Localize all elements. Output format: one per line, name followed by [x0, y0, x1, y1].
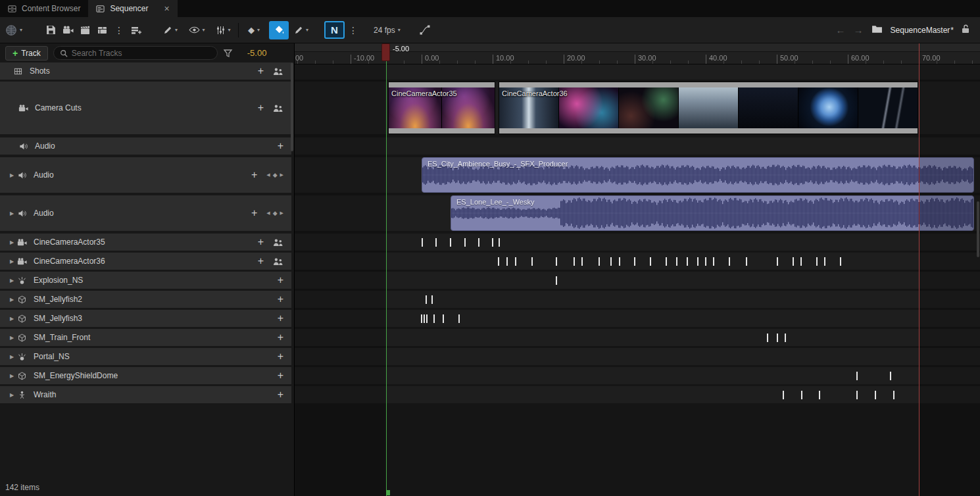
- keyframe[interactable]: [650, 257, 651, 266]
- keyframe[interactable]: [676, 257, 677, 266]
- track-row-sm-energyshielddome[interactable]: ▶SM_EnergyShieldDome+: [0, 367, 291, 384]
- allow-edits-button[interactable]: [269, 21, 289, 39]
- view-options-dropdown[interactable]: ▾: [188, 21, 205, 39]
- keyframe-options-dropdown[interactable]: ◆ ▾: [245, 21, 262, 39]
- track-row-sm-jellyfish2[interactable]: ▶SM_Jellyfish2+: [0, 291, 291, 308]
- tab-content-browser[interactable]: Content Browser: [0, 0, 88, 17]
- fps-dropdown[interactable]: 24 fps ▾: [374, 21, 401, 39]
- keyframe[interactable]: [713, 257, 714, 266]
- keyframe[interactable]: [458, 314, 460, 323]
- add-section-button[interactable]: +: [258, 103, 264, 113]
- keyframe[interactable]: [426, 295, 427, 304]
- close-icon[interactable]: ×: [164, 4, 169, 13]
- keyframe[interactable]: [421, 314, 422, 323]
- scrub-handle[interactable]: [381, 43, 390, 61]
- keyframe[interactable]: [824, 257, 825, 266]
- playback-start-flag[interactable]: [387, 490, 390, 495]
- back-button[interactable]: ←: [836, 24, 846, 36]
- keyframe[interactable]: [443, 314, 444, 323]
- keyframe[interactable]: [777, 257, 778, 266]
- keyframe[interactable]: [556, 257, 557, 266]
- filter-button[interactable]: [223, 49, 233, 58]
- track-row-sm-jellyfish3[interactable]: ▶SM_Jellyfish3+: [0, 310, 291, 327]
- previous-key-button[interactable]: ◀: [266, 172, 270, 178]
- keyframe[interactable]: [574, 257, 575, 266]
- add-section-button[interactable]: +: [278, 351, 283, 362]
- add-section-button[interactable]: +: [251, 208, 257, 218]
- keying-options-dropdown[interactable]: ▾: [293, 21, 310, 39]
- keyframe[interactable]: [506, 257, 508, 266]
- keyframe[interactable]: [431, 295, 433, 304]
- playback-options-dropdown[interactable]: ▾: [214, 21, 232, 39]
- keyframe[interactable]: [581, 257, 583, 266]
- track-row-cinecameraactor35[interactable]: ▶CineCameraActor35+: [0, 234, 291, 251]
- track-row-camera-cuts[interactable]: Camera Cuts+: [0, 82, 291, 134]
- keyframe[interactable]: [801, 391, 802, 399]
- timeline-scrollbar[interactable]: [977, 201, 979, 257]
- take-recorder-button[interactable]: [93, 21, 110, 39]
- keyframe[interactable]: [426, 314, 428, 323]
- curve-editor-button[interactable]: [416, 21, 433, 39]
- track-row-sm-train-front[interactable]: ▶SM_Train_Front+: [0, 329, 291, 346]
- create-camera-button[interactable]: [59, 21, 76, 39]
- current-time-display[interactable]: -5.00: [247, 48, 267, 58]
- keyframe[interactable]: [890, 372, 891, 380]
- track-row-shots[interactable]: Shots+: [0, 62, 291, 80]
- expander-icon[interactable]: ▶: [7, 239, 17, 245]
- expander-icon[interactable]: ▶: [7, 335, 17, 341]
- timeline-area[interactable]: CineCameraActor35CineCameraActor36 ES_Ci…: [295, 43, 980, 496]
- add-track-toolbar-button[interactable]: [128, 21, 145, 39]
- expander-icon[interactable]: ▶: [7, 373, 17, 379]
- add-key-button[interactable]: ◆: [273, 210, 278, 216]
- keyframe[interactable]: [856, 372, 858, 380]
- keyframe[interactable]: [800, 257, 802, 266]
- keyframe[interactable]: [619, 257, 620, 266]
- keyframe[interactable]: [729, 257, 730, 266]
- track-row-audio[interactable]: ▶Audio+◀◆▶: [0, 157, 291, 193]
- add-binding-icon[interactable]: [273, 238, 283, 247]
- add-section-button[interactable]: +: [278, 275, 283, 285]
- keyframe[interactable]: [697, 257, 698, 266]
- add-section-button[interactable]: +: [251, 170, 257, 180]
- add-binding-icon[interactable]: [273, 257, 283, 266]
- add-key-button[interactable]: ◆: [273, 172, 278, 178]
- expander-icon[interactable]: ▶: [7, 316, 17, 322]
- add-section-button[interactable]: +: [258, 256, 264, 266]
- keyframe[interactable]: [783, 391, 784, 399]
- keyframe[interactable]: [599, 257, 600, 266]
- track-row-portal-ns[interactable]: ▶Portal_NS+: [0, 348, 291, 365]
- expander-icon[interactable]: ▶: [7, 211, 17, 216]
- toolbar-overflow-dots[interactable]: ⋮: [110, 21, 128, 39]
- keyframe[interactable]: [793, 257, 794, 266]
- keyframe[interactable]: [478, 238, 479, 247]
- search-box[interactable]: [53, 46, 218, 60]
- expander-icon[interactable]: ▶: [7, 259, 17, 264]
- next-key-button[interactable]: ▶: [280, 172, 283, 178]
- keyframe[interactable]: [450, 238, 451, 247]
- auto-key-button[interactable]: N: [324, 21, 345, 39]
- keyframe[interactable]: [515, 257, 516, 266]
- next-key-button[interactable]: ▶: [280, 211, 283, 216]
- add-binding-icon[interactable]: [273, 104, 283, 112]
- keyframe[interactable]: [746, 257, 747, 266]
- track-row-cinecameraactor36[interactable]: ▶CineCameraActor36+: [0, 253, 291, 270]
- add-section-button[interactable]: +: [278, 332, 283, 343]
- add-binding-icon[interactable]: [273, 67, 283, 76]
- expander-icon[interactable]: ▶: [7, 392, 17, 398]
- keyframe[interactable]: [705, 257, 706, 266]
- forward-button[interactable]: →: [854, 24, 864, 36]
- add-section-button[interactable]: +: [258, 237, 264, 247]
- keyframe[interactable]: [464, 238, 466, 247]
- keyframe[interactable]: [634, 257, 635, 266]
- keyframe[interactable]: [492, 238, 493, 247]
- add-section-button[interactable]: +: [258, 66, 264, 76]
- keyframe[interactable]: [499, 238, 500, 247]
- keyframe[interactable]: [422, 238, 423, 247]
- track-row-wraith[interactable]: ▶Wraith+: [0, 386, 291, 403]
- track-row-audio[interactable]: ▶Audio+◀◆▶: [0, 195, 291, 231]
- keyframe[interactable]: [840, 257, 841, 266]
- keyframe[interactable]: [610, 257, 612, 266]
- add-section-button[interactable]: +: [278, 370, 283, 381]
- keyframe[interactable]: [777, 334, 778, 342]
- expander-icon[interactable]: ▶: [7, 354, 17, 360]
